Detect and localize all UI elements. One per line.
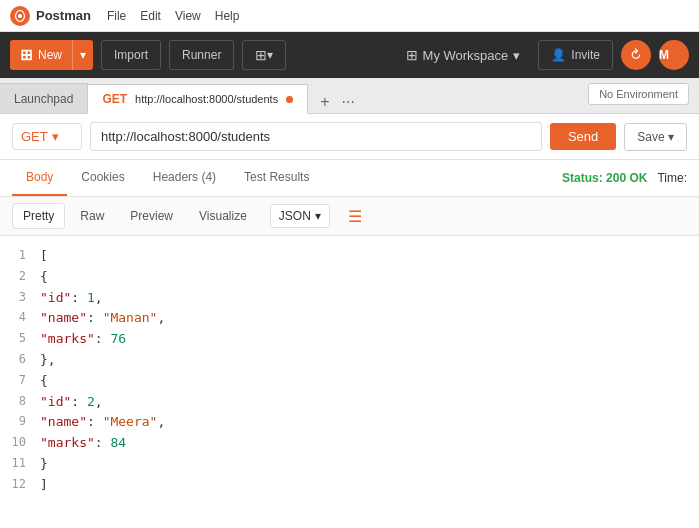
visualize-tab[interactable]: Visualize xyxy=(188,203,258,229)
url-input[interactable] xyxy=(90,122,542,151)
sync-icon: ↻ xyxy=(626,45,646,65)
avatar-button[interactable]: M xyxy=(659,40,689,70)
send-label: Send xyxy=(568,129,598,144)
line-content: "marks": 76 xyxy=(40,329,126,350)
request-url-label: http://localhost:8000/students xyxy=(135,93,278,105)
line-content: { xyxy=(40,371,48,392)
status-badge: Status: 200 OK xyxy=(562,171,647,185)
line-number: 3 xyxy=(0,288,40,307)
visualize-tab-label: Visualize xyxy=(199,209,247,223)
app-logo: Postman xyxy=(10,6,91,26)
line-content: }, xyxy=(40,350,56,371)
workspace-selector[interactable]: ⊞ My Workspace ▾ xyxy=(396,40,531,70)
code-line: 2 { xyxy=(0,267,699,288)
runner-button[interactable]: Runner xyxy=(169,40,234,70)
tab-bar: Launchpad GET http://localhost:8000/stud… xyxy=(0,78,699,114)
add-tab-button[interactable]: + xyxy=(316,91,333,113)
preview-tab[interactable]: Preview xyxy=(119,203,184,229)
launchpad-tab[interactable]: Launchpad xyxy=(0,83,88,113)
sync-button[interactable]: ↻ xyxy=(621,40,651,70)
line-number: 8 xyxy=(0,392,40,411)
body-tab[interactable]: Body xyxy=(12,160,67,196)
environment-selector[interactable]: No Environment xyxy=(588,83,689,105)
line-number: 5 xyxy=(0,329,40,348)
line-content: [ xyxy=(40,246,48,267)
headers-tab[interactable]: Headers (4) xyxy=(139,160,230,196)
layout-button[interactable]: ⊞ ▾ xyxy=(242,40,286,70)
line-number: 10 xyxy=(0,433,40,452)
more-tabs-button[interactable]: ··· xyxy=(338,91,359,113)
code-line: 6 }, xyxy=(0,350,699,371)
request-tab[interactable]: GET http://localhost:8000/students xyxy=(88,84,308,114)
preview-tab-label: Preview xyxy=(130,209,173,223)
workspace-chevron-icon: ▾ xyxy=(513,48,520,63)
menu-edit[interactable]: Edit xyxy=(140,9,161,23)
main-content: GET ▾ Send Save ▾ Body Cookies Headers (… xyxy=(0,114,699,528)
cookies-tab-label: Cookies xyxy=(81,170,124,184)
raw-tab-label: Raw xyxy=(80,209,104,223)
format-chevron-icon: ▾ xyxy=(315,209,321,223)
line-content: } xyxy=(40,454,48,475)
runner-label: Runner xyxy=(182,48,221,62)
new-button-dropdown[interactable]: ▾ xyxy=(73,40,93,70)
menu-file[interactable]: File xyxy=(107,9,126,23)
line-content: "name": "Meera", xyxy=(40,412,165,433)
raw-tab[interactable]: Raw xyxy=(69,203,115,229)
code-block: 1[2 {3 "id": 1,4 "name": "Manan",5 "mark… xyxy=(0,246,699,496)
line-number: 4 xyxy=(0,308,40,327)
code-line: 10 "marks": 84 xyxy=(0,433,699,454)
line-number: 1 xyxy=(0,246,40,265)
test-results-tab[interactable]: Test Results xyxy=(230,160,323,196)
new-button-main[interactable]: ⊞ New xyxy=(10,40,73,70)
format-label: JSON xyxy=(279,209,311,223)
pretty-tab[interactable]: Pretty xyxy=(12,203,65,229)
toolbar: ⊞ New ▾ Import Runner ⊞ ▾ ⊞ My Workspace… xyxy=(0,32,699,78)
url-bar: GET ▾ Send Save ▾ xyxy=(0,114,699,160)
code-line: 11 } xyxy=(0,454,699,475)
cookies-tab[interactable]: Cookies xyxy=(67,160,138,196)
code-line: 7 { xyxy=(0,371,699,392)
invite-button[interactable]: 👤 Invite xyxy=(538,40,613,70)
code-line: 4 "name": "Manan", xyxy=(0,308,699,329)
method-label: GET xyxy=(21,129,48,144)
format-select[interactable]: JSON ▾ xyxy=(270,204,330,228)
launchpad-tab-label: Launchpad xyxy=(14,92,73,106)
send-button[interactable]: Send xyxy=(550,123,616,150)
menu-help[interactable]: Help xyxy=(215,9,240,23)
line-number: 2 xyxy=(0,267,40,286)
avatar-initial: M xyxy=(659,48,669,62)
save-button[interactable]: Save ▾ xyxy=(624,123,687,151)
time-label: Time: xyxy=(657,171,687,185)
line-content: "name": "Manan", xyxy=(40,308,165,329)
title-bar: Postman File Edit View Help xyxy=(0,0,699,32)
get-method-label: GET xyxy=(102,92,127,106)
svg-point-1 xyxy=(18,14,22,18)
body-tab-label: Body xyxy=(26,170,53,184)
layout-icon: ⊞ xyxy=(255,47,267,63)
method-chevron-icon: ▾ xyxy=(52,129,59,144)
app-name: Postman xyxy=(36,8,91,23)
line-number: 12 xyxy=(0,475,40,494)
import-button[interactable]: Import xyxy=(101,40,161,70)
new-button[interactable]: ⊞ New ▾ xyxy=(10,40,93,70)
line-content: "id": 1, xyxy=(40,288,103,309)
save-label: Save ▾ xyxy=(637,130,674,144)
headers-tab-label: Headers (4) xyxy=(153,170,216,184)
wrap-icon: ☰ xyxy=(348,208,362,225)
invite-person-icon: 👤 xyxy=(551,48,566,62)
line-number: 7 xyxy=(0,371,40,390)
line-content: "marks": 84 xyxy=(40,433,126,454)
code-line: 8 "id": 2, xyxy=(0,392,699,413)
new-plus-icon: ⊞ xyxy=(20,46,33,64)
wrap-button[interactable]: ☰ xyxy=(342,205,368,228)
response-body: 1[2 {3 "id": 1,4 "name": "Manan",5 "mark… xyxy=(0,236,699,528)
workspace-grid-icon: ⊞ xyxy=(406,47,418,63)
postman-logo-icon xyxy=(10,6,30,26)
menu-view[interactable]: View xyxy=(175,9,201,23)
workspace-label: My Workspace xyxy=(423,48,509,63)
method-select[interactable]: GET ▾ xyxy=(12,123,82,150)
code-line: 9 "name": "Meera", xyxy=(0,412,699,433)
line-number: 6 xyxy=(0,350,40,369)
invite-label: Invite xyxy=(571,48,600,62)
test-results-tab-label: Test Results xyxy=(244,170,309,184)
